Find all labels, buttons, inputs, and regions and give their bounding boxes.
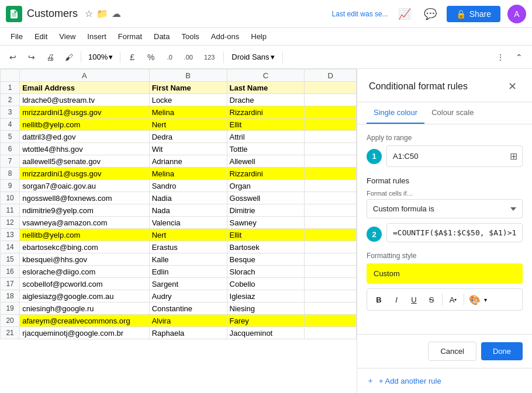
cell-d2[interactable]	[305, 94, 357, 106]
cell-c5[interactable]: Attril	[227, 131, 305, 143]
cell-d17[interactable]	[305, 278, 357, 290]
cell-d19[interactable]	[305, 302, 357, 315]
cloud-icon[interactable]: ☁	[112, 8, 121, 19]
more-options-button[interactable]: ⋮	[492, 49, 509, 65]
cell-c21[interactable]: Jacqueminot	[227, 327, 305, 339]
collapse-button[interactable]: ⌃	[511, 49, 527, 65]
cell-d20[interactable]	[305, 315, 357, 327]
cell-c19[interactable]: Niesing	[227, 302, 305, 315]
cell-c11[interactable]: Dimitrie	[227, 204, 305, 217]
strikethrough-button[interactable]: S	[423, 291, 440, 308]
cell-b7[interactable]: Adrianne	[149, 155, 227, 168]
cell-b14[interactable]: Erastus	[149, 241, 227, 253]
col-header-a[interactable]: A	[20, 69, 149, 82]
tab-colour-scale[interactable]: Colour scale	[424, 102, 481, 124]
cell-a12[interactable]: vsawneya@amazon.com	[20, 217, 149, 229]
cell-d21[interactable]	[305, 327, 357, 339]
cell-a18[interactable]: aiglesiazg@google.com.au	[20, 290, 149, 302]
folder-icon[interactable]: 📁	[96, 8, 108, 19]
col-header-b[interactable]: B	[149, 69, 227, 82]
cell-b1[interactable]: First Name	[149, 82, 227, 94]
cell-b20[interactable]: Alvira	[149, 315, 227, 327]
cell-d1[interactable]	[305, 82, 357, 94]
cell-d16[interactable]	[305, 266, 357, 278]
cell-c13[interactable]: Ellit	[227, 229, 305, 241]
fill-color-button[interactable]: 🎨	[467, 291, 483, 308]
format-123-button[interactable]: 123	[199, 49, 220, 65]
cell-b8[interactable]: Melina	[149, 168, 227, 180]
cell-d3[interactable]	[305, 106, 357, 119]
cell-b9[interactable]: Sandro	[149, 180, 227, 192]
cell-d18[interactable]	[305, 290, 357, 302]
cell-b15[interactable]: Kalle	[149, 253, 227, 266]
cell-a19[interactable]: cniesingh@google.ru	[20, 302, 149, 315]
cell-b11[interactable]: Nada	[149, 204, 227, 217]
menu-format[interactable]: Format	[113, 31, 147, 42]
fill-chevron[interactable]: ▾	[484, 297, 487, 303]
currency-button[interactable]: £	[124, 49, 140, 65]
decimal-more-button[interactable]: .00	[180, 49, 196, 65]
percent-button[interactable]: %	[143, 49, 159, 65]
star-icon[interactable]: ☆	[85, 8, 93, 19]
cell-b16[interactable]: Edlin	[149, 266, 227, 278]
cell-d6[interactable]	[305, 143, 357, 155]
cell-a16[interactable]: eslorache@diigo.com	[20, 266, 149, 278]
cell-d9[interactable]	[305, 180, 357, 192]
cell-d11[interactable]	[305, 204, 357, 217]
italic-button[interactable]: I	[388, 291, 405, 308]
undo-button[interactable]: ↩	[5, 49, 21, 65]
cell-d10[interactable]	[305, 192, 357, 204]
cell-d5[interactable]	[305, 131, 357, 143]
menu-insert[interactable]: Insert	[82, 31, 111, 42]
cell-d12[interactable]	[305, 217, 357, 229]
menu-edit[interactable]: Edit	[30, 31, 52, 42]
cell-c6[interactable]: Tottle	[227, 143, 305, 155]
menu-view[interactable]: View	[54, 31, 80, 42]
cell-a20[interactable]: afareym@creativecommons.org	[20, 315, 149, 327]
cell-a3[interactable]: mrizzardini1@usgs.gov	[20, 106, 149, 119]
cell-b21[interactable]: Raphaela	[149, 327, 227, 339]
share-button[interactable]: 🔒 Share	[447, 6, 500, 22]
user-avatar[interactable]: A	[507, 5, 526, 23]
font-selector[interactable]: Droid Sans ▾	[227, 51, 278, 63]
zoom-selector[interactable]: 100% ▾	[85, 51, 116, 62]
cell-a9[interactable]: sorgan7@oaic.gov.au	[20, 180, 149, 192]
col-header-c[interactable]: C	[227, 69, 305, 82]
cell-a6[interactable]: wtottle4@hhs.gov	[20, 143, 149, 155]
menu-addons[interactable]: Add-ons	[206, 31, 244, 42]
redo-button[interactable]: ↪	[23, 49, 40, 65]
cell-a5[interactable]: dattril3@ed.gov	[20, 131, 149, 143]
cell-c4[interactable]: Ellit	[227, 119, 305, 131]
cell-a21[interactable]: rjacqueminotj@google.com.br	[20, 327, 149, 339]
cell-a17[interactable]: scobellof@pcworld.com	[20, 278, 149, 290]
cell-d8[interactable]	[305, 168, 357, 180]
cell-c9[interactable]: Organ	[227, 180, 305, 192]
add-rule-button[interactable]: ＋ + Add another rule	[357, 368, 532, 393]
cell-c10[interactable]: Gosswell	[227, 192, 305, 204]
menu-file[interactable]: File	[6, 31, 27, 42]
menu-tools[interactable]: Tools	[177, 31, 203, 42]
cell-a7[interactable]: aallewell5@senate.gov	[20, 155, 149, 168]
menu-help[interactable]: Help	[246, 31, 271, 42]
range-input[interactable]	[387, 147, 505, 165]
bold-button[interactable]: B	[371, 291, 387, 308]
cancel-button[interactable]: Cancel	[428, 342, 476, 361]
cell-a11[interactable]: ndimitrie9@yelp.com	[20, 204, 149, 217]
cell-a8[interactable]: mrizzardini1@usgs.gov	[20, 168, 149, 180]
cell-b17[interactable]: Sargent	[149, 278, 227, 290]
grid-select-icon[interactable]: ⊞	[505, 146, 522, 166]
cell-a15[interactable]: kbesquei@hhs.gov	[20, 253, 149, 266]
cell-b13[interactable]: Nert	[149, 229, 227, 241]
activity-icon[interactable]: 📈	[395, 5, 414, 23]
cell-c16[interactable]: Slorach	[227, 266, 305, 278]
cell-d14[interactable]	[305, 241, 357, 253]
formula-input[interactable]	[386, 223, 523, 242]
cell-c15[interactable]: Besque	[227, 253, 305, 266]
cell-c20[interactable]: Farey	[227, 315, 305, 327]
cell-c2[interactable]: Drache	[227, 94, 305, 106]
cell-b19[interactable]: Constantine	[149, 302, 227, 315]
paint-format-button[interactable]: 🖌	[61, 49, 77, 65]
cell-c8[interactable]: Rizzardini	[227, 168, 305, 180]
panel-close-button[interactable]: ✕	[504, 78, 520, 95]
done-button[interactable]: Done	[481, 342, 523, 360]
